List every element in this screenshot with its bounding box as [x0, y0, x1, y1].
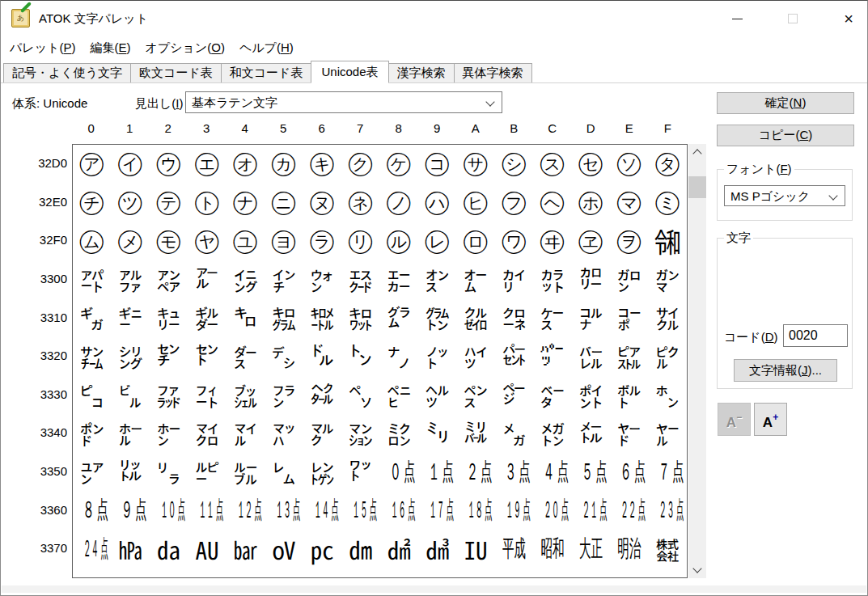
font-smaller-button[interactable]: A−	[718, 403, 751, 436]
grid-cell[interactable]: ㋽	[572, 222, 610, 260]
scroll-up-button[interactable]	[688, 144, 706, 160]
grid-cell[interactable]: ㎎	[610, 569, 648, 578]
confirm-button[interactable]: 確定(N)	[717, 92, 854, 114]
heading-combobox[interactable]: 基本ラテン文字	[185, 91, 502, 113]
grid-cell[interactable]: ㋬	[533, 184, 571, 222]
code-input[interactable]	[783, 324, 848, 347]
grid-cell[interactable]: ㌹	[418, 376, 456, 415]
tab-欧文コード表[interactable]: 欧文コード表	[130, 63, 222, 82]
grid-cell[interactable]: ㍏	[649, 414, 687, 453]
grid-cell[interactable]: ㌦	[303, 337, 341, 376]
grid-cell[interactable]: ㎈	[380, 569, 418, 578]
grid-cell[interactable]: ㋞	[610, 145, 648, 184]
grid-cell[interactable]: ㌛	[495, 299, 533, 338]
grid-cell[interactable]: ㋶	[303, 222, 341, 260]
grid-cell[interactable]: ㍰	[73, 530, 111, 569]
grid-cell[interactable]: ㋟	[649, 145, 687, 184]
grid-cell[interactable]: ㋸	[380, 222, 418, 260]
grid-cell[interactable]: ㌊	[456, 260, 494, 299]
grid-cell[interactable]: ㌋	[495, 260, 533, 299]
grid-cell[interactable]: ㌃	[188, 260, 226, 299]
grid-cell[interactable]: ㍶	[303, 530, 341, 569]
grid-cell[interactable]: ㌿	[649, 376, 687, 415]
grid-cell[interactable]: ㋦	[303, 184, 341, 222]
grid-cell[interactable]: ㌱	[111, 376, 149, 415]
grid-cell[interactable]: ㌉	[418, 260, 456, 299]
grid-cell[interactable]: ㌔	[227, 299, 265, 338]
grid-cell[interactable]: ㌑	[111, 299, 149, 338]
grid-cell[interactable]: ㋧	[341, 184, 379, 222]
grid-cell[interactable]: ㋔	[227, 145, 265, 184]
grid-cell[interactable]: ㍋	[495, 414, 533, 453]
grid-cell[interactable]: ㍄	[227, 414, 265, 453]
grid-cell[interactable]: ㌫	[495, 337, 533, 376]
grid-cell[interactable]: ㋴	[227, 222, 265, 260]
grid-cell[interactable]: ㎌	[533, 569, 571, 578]
grid-cell[interactable]: ㌢	[150, 337, 188, 376]
grid-cell[interactable]: ㌰	[73, 376, 111, 415]
grid-cell[interactable]: ㋾	[610, 222, 648, 260]
grid-cell[interactable]: ㍸	[380, 530, 418, 569]
grid-cell[interactable]: ㍁	[111, 414, 149, 453]
grid-cell[interactable]: ㍳	[188, 530, 226, 569]
grid-cell[interactable]: ㍱	[111, 530, 149, 569]
grid-cell[interactable]: ㎄	[227, 569, 265, 578]
grid-cell[interactable]: ㌟	[649, 299, 687, 338]
grid-cell[interactable]: ㌘	[380, 299, 418, 338]
grid-cell[interactable]: ㋖	[303, 145, 341, 184]
grid-cell[interactable]: ㎁	[111, 569, 149, 578]
grid-cell[interactable]: ㌬	[533, 337, 571, 376]
grid-cell[interactable]: ㍣	[188, 492, 226, 530]
grid-cell[interactable]: ㋛	[495, 145, 533, 184]
grid-cell[interactable]: ㌩	[418, 337, 456, 376]
grid-cell[interactable]: ㌅	[265, 260, 303, 299]
grid-cell[interactable]: ㌤	[227, 337, 265, 376]
grid-cell[interactable]: ㍃	[188, 414, 226, 453]
grid-cell[interactable]: ㋥	[265, 184, 303, 222]
grid-cell[interactable]: ㌀	[73, 260, 111, 299]
grid-cell[interactable]: ㋨	[380, 184, 418, 222]
grid-cell[interactable]: ㍟	[649, 453, 687, 492]
grid-cell[interactable]: ㌠	[73, 337, 111, 376]
grid-cell[interactable]: ㎂	[150, 569, 188, 578]
grid-cell[interactable]: ㍯	[649, 492, 687, 530]
grid-cell[interactable]: ㌾	[610, 376, 648, 415]
tab-記号・よく使う文字[interactable]: 記号・よく使う文字	[3, 63, 131, 82]
grid-cell[interactable]: ㌽	[572, 376, 610, 415]
grid-cell[interactable]: ㍓	[188, 453, 226, 492]
grid-cell[interactable]: ㎋	[495, 569, 533, 578]
menu-item[interactable]: パレット(P)	[2, 37, 83, 59]
grid-cell[interactable]: ㍔	[227, 453, 265, 492]
grid-cell[interactable]: ㋼	[533, 222, 571, 260]
grid-cell[interactable]: ㍺	[456, 530, 494, 569]
grid-cell[interactable]: ㌭	[572, 337, 610, 376]
grid-cell[interactable]: ㋝	[572, 145, 610, 184]
grid-cell[interactable]: ㌮	[610, 337, 648, 376]
grid-cell[interactable]: ㌍	[572, 260, 610, 299]
menu-item[interactable]: ヘルプ(H)	[232, 37, 301, 59]
grid-cell[interactable]: ㌄	[227, 260, 265, 299]
grid-cell[interactable]: ㌳	[188, 376, 226, 415]
grid-cell[interactable]: ㌶	[303, 376, 341, 415]
grid-cell[interactable]: ㎆	[303, 569, 341, 578]
grid-cell[interactable]: ㌏	[649, 260, 687, 299]
grid-cell[interactable]: ㍾	[610, 530, 648, 569]
grid-cell[interactable]: ㎏	[649, 569, 687, 578]
grid-cell[interactable]: ㎉	[418, 569, 456, 578]
grid-cell[interactable]: ㍽	[572, 530, 610, 569]
grid-cell[interactable]: ㌴	[227, 376, 265, 415]
grid-cell[interactable]: ㍒	[150, 453, 188, 492]
grid-cell[interactable]: ㋭	[572, 184, 610, 222]
grid-cell[interactable]: ㋳	[188, 222, 226, 260]
grid-cell[interactable]: ㍠	[73, 492, 111, 530]
grid-cell[interactable]: ㍇	[341, 414, 379, 453]
grid-cell[interactable]: ㋣	[188, 184, 226, 222]
grid-cell[interactable]: ㋷	[341, 222, 379, 260]
grid-cell[interactable]: ㌆	[303, 260, 341, 299]
minimize-button[interactable]	[718, 1, 756, 36]
grid-cell[interactable]: ㍝	[572, 453, 610, 492]
grid-cell[interactable]: ㍹	[418, 530, 456, 569]
grid-cell[interactable]: ㎃	[188, 569, 226, 578]
grid-cell[interactable]: ㍮	[610, 492, 648, 530]
grid-cell[interactable]: ㌪	[456, 337, 494, 376]
